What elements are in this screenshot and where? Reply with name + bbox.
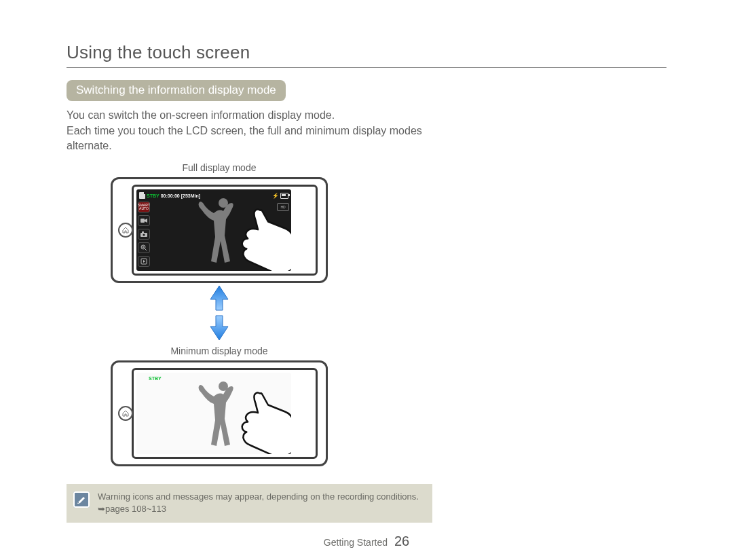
note-box: Warning icons and messages may appear, d… — [67, 484, 432, 522]
play-icon — [138, 256, 150, 267]
sd-card-icon — [139, 192, 145, 199]
footer-section-label: Getting Started — [324, 537, 388, 548]
photo-mode-icon — [138, 229, 150, 240]
touch-hand-icon — [227, 203, 291, 271]
video-mode-icon — [138, 215, 150, 226]
section-heading-pill: Switching the information display mode — [67, 80, 286, 101]
svg-rect-2 — [142, 231, 144, 233]
page-number: 26 — [394, 534, 409, 548]
screen-bezel: STBY — [132, 368, 318, 459]
svg-point-3 — [143, 234, 145, 236]
svg-line-5 — [145, 249, 147, 251]
touch-hand-icon — [227, 386, 291, 454]
caption-full: Full display mode — [67, 162, 372, 173]
battery-icon — [280, 193, 288, 199]
illustration-block: Full display mode STBY 00:00:00 [253Min] — [67, 162, 372, 466]
stby-label: STBY — [147, 193, 159, 198]
note-icon — [73, 491, 90, 508]
horizontal-rule — [67, 67, 666, 68]
plug-icon: ⚡ — [272, 193, 279, 199]
zoom-icon — [138, 242, 150, 253]
page-footer: Getting Started 26 — [0, 534, 733, 549]
note-text: Warning icons and messages may appear, d… — [98, 491, 419, 514]
page-title: Using the touch screen — [67, 42, 666, 63]
device-full-display: STBY 00:00:00 [253Min] ⚡ SMART AUTO — [111, 177, 328, 283]
svg-rect-0 — [140, 219, 145, 223]
remaining-time: [253Min] — [181, 193, 200, 198]
double-arrow-icon — [209, 286, 229, 340]
home-button-icon — [118, 406, 133, 421]
rec-time: 00:00:00 — [161, 193, 180, 198]
section-body: You can switch the on-screen information… — [67, 108, 447, 154]
smart-auto-icon: SMART AUTO — [138, 202, 150, 212]
lcd-screen-full: STBY 00:00:00 [253Min] ⚡ SMART AUTO — [136, 189, 291, 271]
device-minimum-display: STBY — [111, 360, 328, 466]
screen-bezel: STBY 00:00:00 [253Min] ⚡ SMART AUTO — [132, 185, 318, 276]
lcd-screen-minimum: STBY — [136, 373, 291, 454]
stby-label: STBY — [149, 376, 162, 381]
manual-page: Using the touch screen Switching the inf… — [0, 0, 733, 560]
status-bar: STBY 00:00:00 [253Min] ⚡ — [139, 192, 288, 199]
caption-minimum: Minimum display mode — [67, 346, 372, 356]
home-button-icon — [118, 223, 133, 238]
left-icon-strip: SMART AUTO — [138, 202, 150, 267]
